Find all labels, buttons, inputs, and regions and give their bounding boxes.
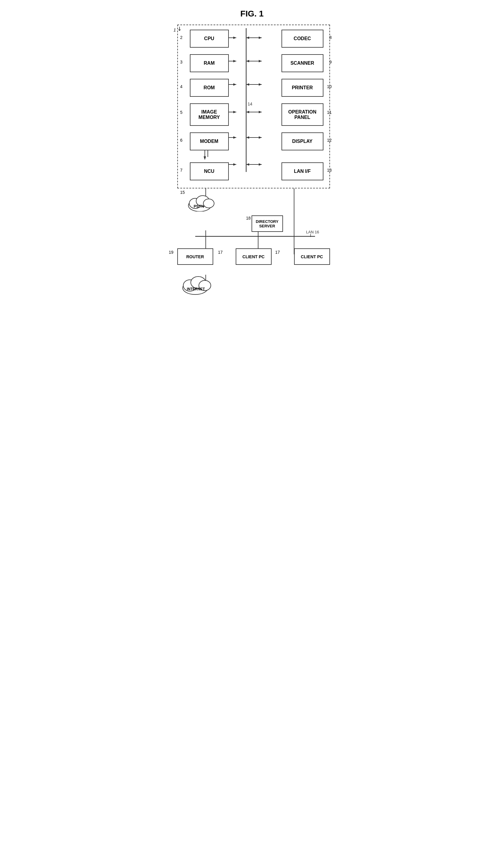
row-rom-printer: 4 ROM PRINTER 10 bbox=[190, 79, 323, 97]
pstn-cloud: PSTN bbox=[186, 189, 222, 213]
dirserver-row: 18 DIRECTORYSERVER bbox=[177, 212, 330, 236]
internet-cloud: INTERNET bbox=[180, 269, 219, 296]
ram-block: RAM bbox=[190, 54, 229, 72]
client-pc-2-box: CLIENT PC bbox=[294, 248, 330, 265]
ref-17b: 17 bbox=[275, 250, 280, 255]
rom-block: ROM bbox=[190, 79, 229, 97]
scanner-block: SCANNER bbox=[282, 54, 323, 72]
main-system-box: 14 2 CPU CODEC 8 3 RAM bbox=[177, 24, 330, 189]
row-modem-display: 6 MODEM DISPLAY 12 bbox=[190, 132, 323, 151]
image-memory-block: IMAGEMEMORY bbox=[190, 103, 229, 126]
directory-server-box: DIRECTORYSERVER bbox=[252, 215, 283, 232]
router-box: ROUTER bbox=[177, 248, 213, 265]
ref-2: 2 bbox=[180, 35, 183, 40]
svg-point-63 bbox=[203, 199, 214, 208]
page: FIG. 1 1 ↙ bbox=[168, 6, 336, 298]
display-block: DISPLAY bbox=[282, 132, 323, 151]
modem-block: MODEM bbox=[190, 132, 229, 151]
ref-10: 10 bbox=[327, 84, 332, 89]
ncu-block: NCU bbox=[190, 162, 229, 180]
lan-line-row bbox=[177, 236, 330, 242]
internet-row: INTERNET bbox=[177, 268, 330, 298]
svg-text:PSTN: PSTN bbox=[194, 204, 204, 209]
ref-15: 15 bbox=[180, 190, 185, 195]
pstn-row: 15 PSTN bbox=[177, 189, 330, 212]
modem-ncu-spacer bbox=[190, 153, 323, 162]
bottom-row: 19 ROUTER 17 CLIENT PC 17 CLIENT PC bbox=[177, 242, 330, 265]
cpu-block: CPU bbox=[190, 30, 229, 48]
clientpc1-col: CLIENT PC 17 bbox=[236, 248, 272, 265]
ref-12: 12 bbox=[327, 138, 332, 143]
ref-7: 7 bbox=[180, 168, 183, 173]
ref-3: 3 bbox=[180, 59, 183, 65]
operation-panel-block: OPERATIONPANEL bbox=[282, 103, 323, 126]
row-imagemem-oppanel: 5 IMAGEMEMORY OPERATIONPANEL 11 bbox=[190, 103, 323, 126]
row-ram-scanner: 3 RAM SCANNER 9 bbox=[190, 54, 323, 72]
ref-4: 4 bbox=[180, 84, 183, 89]
ref-8: 8 bbox=[329, 35, 332, 40]
below-section: LAN 16 15 bbox=[177, 189, 330, 298]
ref-5: 5 bbox=[180, 110, 183, 115]
client-pc-1-box: CLIENT PC bbox=[236, 248, 272, 265]
ref-1: 1 bbox=[174, 28, 176, 32]
ref-13: 13 bbox=[327, 168, 332, 173]
ref-19: 19 bbox=[169, 250, 174, 255]
codec-block: CODEC bbox=[282, 30, 323, 48]
router-col: 19 ROUTER 17 bbox=[177, 248, 213, 265]
ref-9: 9 bbox=[329, 59, 332, 65]
row-cpu-codec: 2 CPU CODEC 8 bbox=[190, 30, 323, 48]
ref-17a: 17 bbox=[218, 250, 223, 255]
lanif-block: LAN I/F bbox=[282, 162, 323, 180]
figure-title: FIG. 1 bbox=[168, 9, 336, 19]
ref-6: 6 bbox=[180, 138, 183, 143]
ref-11: 11 bbox=[327, 110, 332, 115]
clientpc2-col: CLIENT PC bbox=[294, 248, 330, 265]
printer-block: PRINTER bbox=[282, 79, 323, 97]
row-ncu-lanif: 7 NCU LAN I/F 13 bbox=[190, 162, 323, 180]
svg-text:INTERNET: INTERNET bbox=[187, 287, 205, 291]
